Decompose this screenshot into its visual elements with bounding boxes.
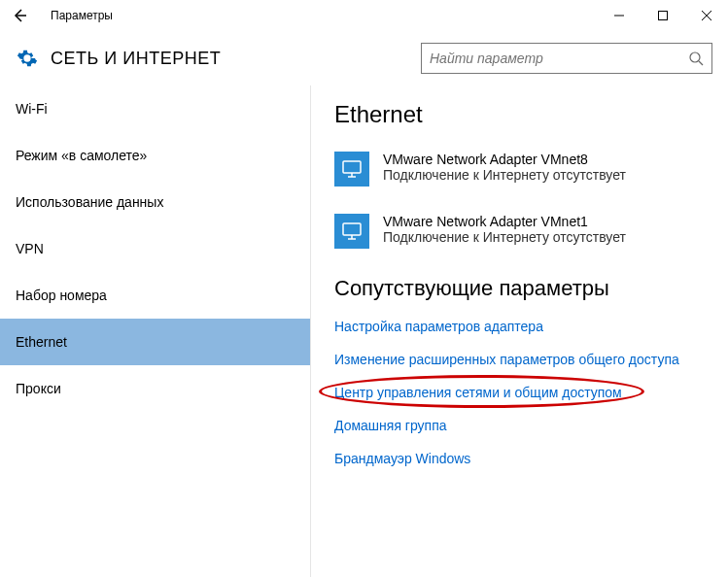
sidebar-item-0[interactable]: Wi-Fi: [0, 85, 310, 132]
adapter-item[interactable]: VMware Network Adapter VMnet1Подключение…: [334, 214, 705, 249]
window-controls: [597, 0, 728, 31]
adapter-status: Подключение к Интернету отсутствует: [383, 167, 626, 183]
search-icon: [688, 51, 704, 66]
maximize-button[interactable]: [641, 0, 684, 31]
adapter-name: VMware Network Adapter VMnet8: [383, 152, 626, 167]
page-title: Ethernet: [334, 101, 705, 128]
monitor-icon: [334, 214, 369, 249]
svg-rect-0: [658, 12, 667, 20]
sidebar-item-1[interactable]: Режим «в самолете»: [0, 132, 310, 179]
titlebar: Параметры: [0, 0, 728, 31]
related-link-0[interactable]: Настройка параметров адаптера: [334, 319, 543, 334]
svg-rect-2: [343, 161, 361, 173]
header: СЕТЬ И ИНТЕРНЕТ: [0, 31, 728, 85]
close-icon: [702, 11, 711, 20]
settings-gear-icon: [16, 47, 39, 70]
minimize-button[interactable]: [597, 0, 641, 31]
annotation-highlight: Центр управления сетями и общим доступом: [334, 385, 622, 400]
sidebar-item-2[interactable]: Использование данных: [0, 179, 310, 225]
sidebar-item-6[interactable]: Прокси: [0, 365, 310, 412]
header-title: СЕТЬ И ИНТЕРНЕТ: [51, 49, 421, 69]
sidebar-item-4[interactable]: Набор номера: [0, 272, 310, 319]
adapter-status: Подключение к Интернету отсутствует: [383, 229, 626, 245]
sidebar: Wi-FiРежим «в самолете»Использование дан…: [0, 85, 311, 577]
related-settings-heading: Сопутствующие параметры: [334, 276, 705, 301]
search-input[interactable]: [430, 51, 688, 66]
search-box[interactable]: [421, 43, 712, 74]
arrow-left-icon: [11, 7, 28, 24]
svg-rect-3: [343, 223, 361, 235]
window-title: Параметры: [51, 9, 113, 22]
sidebar-item-5[interactable]: Ethernet: [0, 319, 310, 365]
minimize-icon: [614, 11, 624, 20]
adapter-name: VMware Network Adapter VMnet1: [383, 214, 626, 229]
sidebar-item-3[interactable]: VPN: [0, 225, 310, 272]
monitor-icon: [334, 152, 369, 187]
related-link-2[interactable]: Центр управления сетями и общим доступом: [334, 385, 622, 400]
adapter-item[interactable]: VMware Network Adapter VMnet8Подключение…: [334, 152, 705, 187]
maximize-icon: [658, 11, 668, 20]
close-button[interactable]: [684, 0, 728, 31]
related-link-1[interactable]: Изменение расширенных параметров общего …: [334, 352, 679, 367]
related-link-3[interactable]: Домашняя группа: [334, 418, 447, 433]
svg-point-1: [690, 52, 700, 62]
back-button[interactable]: [0, 0, 39, 31]
related-link-4[interactable]: Брандмауэр Windows: [334, 451, 470, 466]
main-content: Ethernet VMware Network Adapter VMnet8По…: [311, 85, 728, 577]
